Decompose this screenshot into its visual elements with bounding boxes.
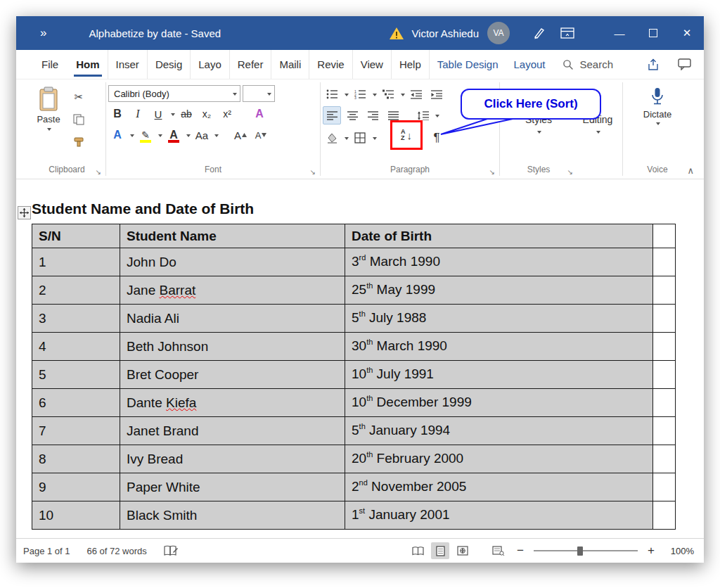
cell-student-name[interactable]: Bret Cooper [120, 361, 345, 389]
text-effects-caret[interactable] [130, 134, 134, 139]
cell-student-name[interactable]: Nadia Ali [120, 305, 345, 333]
underline-caret[interactable] [171, 113, 175, 118]
tab-layo[interactable]: Layo [191, 50, 230, 79]
cell-student-name[interactable]: John Do [120, 248, 345, 276]
strikethrough-button[interactable]: ab [177, 105, 195, 123]
borders-button[interactable] [351, 129, 369, 147]
zoom-slider[interactable] [534, 545, 638, 556]
collapse-ribbon-icon[interactable]: ∧ [687, 165, 694, 176]
cell-sn[interactable]: 8 [32, 445, 120, 473]
increase-indent-button[interactable] [428, 85, 446, 103]
cell-sn[interactable]: 9 [32, 473, 120, 501]
font-size-combo[interactable] [243, 85, 275, 102]
cell-date-of-birth[interactable]: 1st January 2001 [345, 501, 653, 530]
line-spacing-caret[interactable] [435, 115, 439, 120]
table-row[interactable]: 2Jane Barrat25th May 1999 [32, 276, 676, 305]
table-row[interactable]: 6Dante Kiefa10th December 1999 [32, 389, 676, 417]
cell-date-of-birth[interactable]: 25th May 1999 [345, 276, 653, 305]
students-table[interactable]: S/N Student Name Date of Birth 1John Do3… [32, 224, 676, 530]
print-layout-icon[interactable] [431, 542, 449, 559]
cell-empty[interactable] [653, 361, 676, 389]
cell-student-name[interactable]: Beth Johnson [120, 333, 345, 361]
tab-help[interactable]: Help [392, 50, 430, 79]
tab-view[interactable]: View [353, 50, 392, 79]
bullets-caret[interactable] [345, 94, 349, 98]
table-row[interactable]: 8Ivy Bread20th February 2000 [32, 445, 676, 473]
highlight-color-button[interactable]: ✎ [136, 126, 155, 144]
change-case-button[interactable]: Aa [193, 126, 211, 144]
font-name-combo[interactable]: Calibri (Body) [108, 85, 240, 102]
cell-empty[interactable] [653, 248, 676, 276]
clipboard-dialog-launcher[interactable]: ↘ [96, 169, 101, 176]
align-left-button[interactable] [323, 106, 341, 124]
tab-desig[interactable]: Desig [148, 50, 191, 79]
highlight-caret[interactable] [158, 134, 162, 139]
cell-student-name[interactable]: Jane Barrat [120, 276, 345, 305]
borders-caret[interactable] [373, 137, 377, 142]
cell-sn[interactable]: 2 [32, 276, 120, 305]
read-mode-icon[interactable] [409, 542, 427, 559]
tab-hom[interactable]: Hom [68, 50, 108, 79]
cell-date-of-birth[interactable]: 20th February 2000 [345, 445, 653, 473]
copy-icon[interactable] [70, 110, 88, 129]
table-row[interactable]: 1John Do3rd March 1990 [32, 248, 676, 276]
numbering-button[interactable]: 123 [351, 85, 369, 103]
tab-revie[interactable]: Revie [309, 50, 352, 79]
tab-inser[interactable]: Inser [108, 50, 148, 79]
cell-empty[interactable] [653, 501, 676, 530]
signed-in-user[interactable]: Victor Ashiedu [411, 27, 479, 39]
avatar[interactable]: VA [487, 22, 510, 44]
tab-layout[interactable]: Layout [506, 50, 553, 79]
comments-icon[interactable] [678, 58, 691, 70]
cell-empty[interactable] [653, 305, 676, 333]
shrink-font-button[interactable]: A [252, 126, 270, 144]
cell-date-of-birth[interactable]: 30th March 1990 [345, 333, 653, 361]
cell-sn[interactable]: 3 [32, 305, 120, 333]
clear-formatting-button[interactable]: A [250, 105, 269, 123]
cell-date-of-birth[interactable]: 5th July 1988 [345, 305, 653, 333]
maximize-button[interactable] [636, 16, 670, 50]
grow-font-button[interactable]: A [231, 126, 250, 144]
styles-dialog-launcher[interactable]: ↘ [567, 169, 573, 176]
tab-file[interactable]: File [32, 50, 68, 79]
font-dialog-launcher[interactable]: ↘ [310, 169, 316, 176]
shading-button[interactable] [323, 129, 341, 147]
cell-student-name[interactable]: Black Smith [120, 501, 345, 530]
cell-sn[interactable]: 7 [32, 417, 120, 445]
cell-empty[interactable] [653, 389, 676, 417]
cell-empty[interactable] [653, 417, 676, 445]
subscript-button[interactable]: x₂ [198, 105, 216, 123]
word-count[interactable]: 66 of 72 words [87, 546, 147, 556]
table-row[interactable]: 9Paper White2nd November 2005 [32, 473, 676, 501]
change-case-caret[interactable] [214, 134, 219, 139]
cell-date-of-birth[interactable]: 10th July 1991 [345, 361, 653, 389]
dictate-button[interactable]: Dictate [625, 84, 690, 126]
cell-sn[interactable]: 4 [32, 333, 120, 361]
page-indicator[interactable]: Page 1 of 1 [23, 546, 70, 556]
cell-student-name[interactable]: Dante Kiefa [120, 389, 345, 417]
text-effects-button[interactable]: A [108, 126, 127, 144]
cell-student-name[interactable]: Paper White [120, 473, 345, 501]
zoom-thumb[interactable] [577, 547, 583, 556]
table-row[interactable]: 3Nadia Ali5th July 1988 [32, 305, 676, 333]
table-row[interactable]: 4Beth Johnson30th March 1990 [32, 333, 676, 361]
cell-empty[interactable] [653, 276, 676, 305]
minimize-button[interactable]: — [603, 16, 636, 50]
font-color-caret[interactable] [186, 134, 191, 139]
cut-icon[interactable]: ✂ [70, 88, 88, 106]
cell-student-name[interactable]: Janet Brand [120, 417, 345, 445]
proofing-icon[interactable] [164, 545, 178, 557]
superscript-button[interactable]: x² [218, 105, 236, 123]
shading-caret[interactable] [345, 137, 349, 142]
focus-mode-icon[interactable] [489, 542, 507, 559]
multilevel-list-button[interactable] [379, 85, 397, 103]
zoom-in-button[interactable]: + [645, 544, 657, 558]
italic-button[interactable]: I [129, 105, 147, 123]
table-row[interactable]: 7Janet Brand5th January 1994 [32, 417, 676, 445]
tab-table-design[interactable]: Table Design [430, 50, 506, 79]
quick-access-toolbar-chevron[interactable]: » [40, 26, 48, 40]
cell-sn[interactable]: 10 [32, 501, 120, 530]
ribbon-display-options-icon[interactable] [553, 27, 581, 39]
cell-empty[interactable] [653, 333, 676, 361]
cell-date-of-birth[interactable]: 5th January 1994 [345, 417, 653, 445]
